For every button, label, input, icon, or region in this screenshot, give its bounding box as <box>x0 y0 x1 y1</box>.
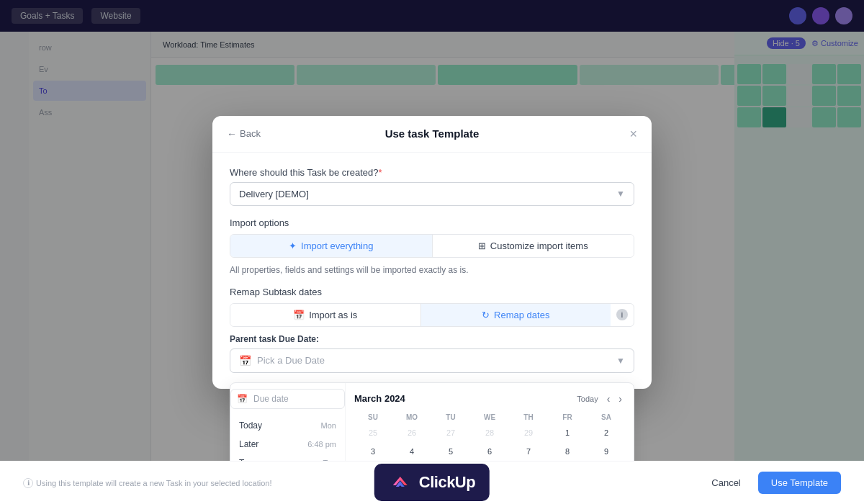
sliders-icon: ⊞ <box>478 240 486 251</box>
quick-date-later-time: 6:48 pm <box>307 440 336 449</box>
cal-day[interactable]: 1 <box>559 424 576 441</box>
customize-import-label: Customize import items <box>490 240 588 251</box>
cal-day[interactable]: 25 <box>364 424 382 441</box>
customize-import-button[interactable]: ⊞ Customize import items <box>433 235 634 257</box>
back-arrow-icon: ← <box>227 128 237 140</box>
modal-title: Use task Template <box>385 127 480 140</box>
where-label-text: Where should this Task be created? <box>230 167 378 178</box>
calendar-small-icon: 📅 <box>293 310 305 320</box>
import-everything-button[interactable]: ✦ Import everything <box>230 235 432 257</box>
quick-date-later-label: Later <box>239 439 258 449</box>
close-button[interactable]: × <box>629 127 637 140</box>
due-date-label: Parent task Due Date: <box>230 334 634 344</box>
modal: ← Back Use task Template × Where should … <box>212 116 652 389</box>
cal-header-sa: SA <box>588 412 625 423</box>
use-template-button[interactable]: Use Template <box>758 472 841 494</box>
cal-header-fr: FR <box>549 412 586 423</box>
cal-day[interactable]: 7 <box>520 443 537 460</box>
footer-info-text: Using this template will create a new Ta… <box>36 479 272 487</box>
back-label: Back <box>240 128 261 139</box>
remap-dates-label: Remap dates <box>494 310 549 320</box>
cal-day[interactable]: 27 <box>442 424 459 441</box>
cal-header-su: SU <box>354 412 392 423</box>
pick-date-chevron: ▼ <box>616 356 625 366</box>
cal-header-we: WE <box>471 412 508 423</box>
quick-date-today-label: Today <box>239 420 262 431</box>
sparkle-icon: ✦ <box>289 240 297 251</box>
cal-day[interactable]: 9 <box>598 443 615 460</box>
clickup-logo: ClickUp <box>374 464 490 501</box>
cal-day[interactable]: 4 <box>403 443 420 460</box>
cal-header-th: TH <box>510 412 547 423</box>
calendar-today-btn[interactable]: Today <box>577 395 598 403</box>
due-date-field-label: Due date <box>253 394 289 404</box>
footer-info-icon: ℹ <box>23 478 33 488</box>
required-indicator: * <box>378 167 382 178</box>
calendar-month-year: March 2024 <box>354 393 405 404</box>
calendar-nav: ‹ › <box>604 392 625 406</box>
cal-day[interactable]: 28 <box>481 424 498 441</box>
calendar-prev-btn[interactable]: ‹ <box>604 392 613 406</box>
cal-day[interactable]: 26 <box>403 424 420 441</box>
calendar-icon: 📅 <box>239 355 251 366</box>
calendar-header: March 2024 Today ‹ › <box>354 392 625 406</box>
cal-header-mo: MO <box>393 412 431 423</box>
cal-day[interactable]: 5 <box>442 443 459 460</box>
back-button[interactable]: ← Back <box>227 128 261 140</box>
refresh-icon: ↻ <box>482 310 490 320</box>
cal-header-tu: TU <box>432 412 469 423</box>
cal-day[interactable]: 29 <box>520 424 537 441</box>
cal-day[interactable]: 6 <box>481 443 498 460</box>
remap-dates-button[interactable]: ↻ Remap dates <box>421 304 611 326</box>
due-date-input-row[interactable]: 📅 Due date <box>230 389 345 409</box>
import-as-is-label: Import as is <box>309 310 357 320</box>
location-value: Delivery [DEMO] <box>239 189 309 199</box>
cal-day[interactable]: 2 <box>598 424 615 441</box>
modal-overlay: ← Back Use task Template × Where should … <box>0 0 864 504</box>
remap-label: Remap Subtask dates <box>230 287 634 297</box>
modal-header: ← Back Use task Template × <box>212 116 652 153</box>
where-label: Where should this Task be created?* <box>230 167 634 178</box>
pick-date-button[interactable]: 📅 Pick a Due Date ▼ <box>230 348 634 373</box>
remap-options-group: 📅 Import as is ↻ Remap dates i <box>230 303 634 327</box>
location-dropdown[interactable]: Delivery [DEMO] ▼ <box>230 182 634 206</box>
quick-date-today-day: Mon <box>321 421 336 430</box>
import-everything-label: Import everything <box>301 240 373 251</box>
footer-info: ℹ Using this template will create a new … <box>23 478 272 488</box>
pick-date-placeholder: Pick a Due Date <box>257 355 325 366</box>
import-note: All properties, fields and settings will… <box>230 265 634 275</box>
quick-date-later[interactable]: Later 6:48 pm <box>230 435 345 454</box>
import-as-is-button[interactable]: 📅 Import as is <box>230 304 420 326</box>
info-icon[interactable]: i <box>616 309 628 320</box>
calendar-small-icon-2: 📅 <box>237 394 248 404</box>
cal-day[interactable]: 8 <box>559 443 576 460</box>
modal-body: Where should this Task be created?* Deli… <box>212 153 652 389</box>
chevron-down-icon: ▼ <box>616 189 625 199</box>
footer-buttons: Cancel Use Template <box>703 472 841 494</box>
calendar-next-btn[interactable]: › <box>616 392 625 406</box>
due-date-bold-label: Parent task Due Date: <box>230 334 319 344</box>
clickup-name: ClickUp <box>419 473 475 492</box>
import-options-label: Import options <box>230 217 634 228</box>
cancel-button[interactable]: Cancel <box>703 472 749 494</box>
clickup-icon <box>389 471 412 494</box>
quick-date-today[interactable]: Today Mon <box>230 416 345 435</box>
import-options-group: ✦ Import everything ⊞ Customize import i… <box>230 234 634 258</box>
cal-day[interactable]: 3 <box>364 443 382 460</box>
